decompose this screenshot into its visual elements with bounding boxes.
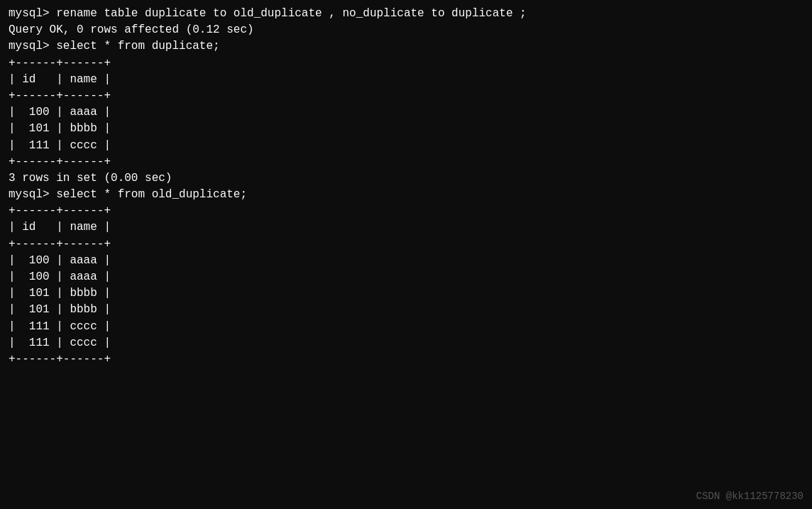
terminal-line: +------+------+ bbox=[9, 351, 803, 368]
terminal-line: +------+------+ bbox=[9, 55, 803, 72]
watermark: CSDN @kk1125778230 bbox=[696, 491, 803, 502]
terminal-line: | 101 | bbbb | bbox=[9, 302, 803, 318]
terminal-line: +------+------+ bbox=[9, 88, 803, 104]
terminal-line: mysql> rename table duplicate to old_dup… bbox=[9, 6, 803, 22]
terminal-line: | 100 | aaaa | bbox=[9, 104, 803, 121]
terminal-line: | id | name | bbox=[9, 219, 803, 236]
terminal-line: mysql> select * from duplicate; bbox=[9, 38, 803, 55]
terminal-line: | 100 | aaaa | bbox=[9, 269, 803, 285]
terminal-line: 3 rows in set (0.00 sec) bbox=[9, 170, 803, 187]
terminal-line: Query OK, 0 rows affected (0.12 sec) bbox=[9, 22, 803, 38]
terminal-line: +------+------+ bbox=[9, 203, 803, 219]
terminal-line: | 111 | cccc | bbox=[9, 335, 803, 351]
terminal-line: +------+------+ bbox=[9, 154, 803, 170]
terminal-line: | 111 | cccc | bbox=[9, 319, 803, 335]
terminal-line: | id | name | bbox=[9, 72, 803, 88]
terminal-line: +------+------+ bbox=[9, 236, 803, 253]
terminal-line: | 100 | aaaa | bbox=[9, 253, 803, 269]
terminal-line: | 101 | bbbb | bbox=[9, 285, 803, 302]
terminal-line: | 111 | cccc | bbox=[9, 138, 803, 154]
terminal-output: mysql> rename table duplicate to old_dup… bbox=[9, 6, 803, 368]
terminal-line: mysql> select * from old_duplicate; bbox=[9, 187, 803, 203]
terminal-line: | 101 | bbbb | bbox=[9, 121, 803, 137]
